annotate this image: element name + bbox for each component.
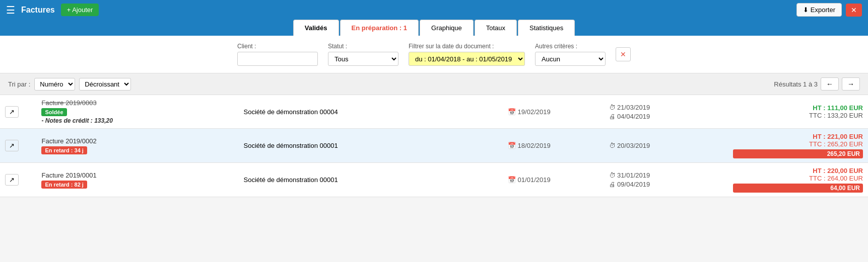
- due-cell: ⏱ 20/03/2019: [604, 129, 728, 163]
- due-date: ⏱ 21/03/2019: [609, 104, 723, 111]
- filter-statut: Statut : Tous Payé En retard En cours: [328, 43, 398, 66]
- invoice-info-cell: Facture 2019/0003 Soldée - Notes de créd…: [36, 95, 238, 129]
- client-cell: Société de démonstration 00001: [239, 163, 503, 197]
- autres-label: Autres critères :: [535, 43, 606, 50]
- sort-field-select[interactable]: Numéro Date Client Montant: [34, 78, 75, 91]
- prev-page-button[interactable]: ←: [821, 77, 839, 91]
- top-bar: ☰ Factures + Ajouter ⬇ Exporter ✕: [0, 0, 868, 20]
- overdue-amount-badge: 64,00 EUR: [733, 184, 863, 193]
- share-cell: ↗: [0, 163, 36, 197]
- top-bar-left: ☰ Factures + Ajouter: [6, 4, 99, 16]
- amount-ht: HT : 111,00 EUR: [733, 104, 863, 112]
- filter-area: Client : Statut : Tous Payé En retard En…: [0, 36, 868, 73]
- share-button[interactable]: ↗: [5, 140, 19, 151]
- sort-label: Tri par :: [8, 80, 30, 88]
- share-button[interactable]: ↗: [5, 106, 19, 118]
- date-cell: 📅 01/01/2019: [503, 163, 604, 197]
- invoice-date: 📅 19/02/2019: [508, 108, 551, 116]
- amount-cell: HT : 221,00 EUR TTC : 265,20 EUR 265,20 …: [728, 129, 868, 163]
- invoice-number: Facture 2019/0002: [41, 137, 233, 145]
- sort-bar-right: Résultats 1 à 3 ← →: [774, 77, 860, 91]
- tab-en-preparation[interactable]: En préparation : 1: [340, 20, 419, 36]
- invoice-table: ↗ Facture 2019/0003 Soldée - Notes de cr…: [0, 95, 868, 197]
- invoice-number: Facture 2019/0003: [41, 99, 233, 107]
- results-text: Résultats 1 à 3: [774, 80, 818, 88]
- sort-order-select[interactable]: Décroissant Croissant: [79, 78, 131, 91]
- client-name: Société de démonstration 00001: [244, 176, 338, 184]
- date-cell: 📅 18/02/2019: [503, 129, 604, 163]
- due-cell: ⏱ 31/01/2019 🖨 09/04/2019: [604, 163, 728, 197]
- client-label: Client :: [237, 43, 318, 50]
- amount-cell: HT : 111,00 EUR TTC : 133,20 EUR: [728, 95, 868, 129]
- amount-ttc: TTC : 133,20 EUR: [733, 112, 863, 119]
- filter-client: Client :: [237, 43, 318, 66]
- invoice-number: Facture 2019/0001: [41, 171, 233, 179]
- client-input[interactable]: [237, 52, 318, 66]
- hamburger-icon[interactable]: ☰: [6, 4, 15, 16]
- date-select[interactable]: du : 01/04/2018 - au : 01/05/2019: [409, 52, 525, 66]
- client-name: Société de démonstration 00001: [244, 142, 338, 149]
- client-cell: Société de démonstration 00004: [239, 95, 503, 129]
- invoice-info-cell: Facture 2019/0001 En retard : 82 j: [36, 163, 238, 197]
- share-cell: ↗: [0, 95, 36, 129]
- sort-bar: Tri par : Numéro Date Client Montant Déc…: [0, 73, 868, 95]
- table-row: ↗ Facture 2019/0001 En retard : 82 j Soc…: [0, 163, 868, 197]
- export-button[interactable]: ⬇ Exporter: [796, 3, 842, 17]
- clear-filter-button[interactable]: ✕: [616, 47, 631, 61]
- tab-valides[interactable]: Validés: [293, 20, 339, 36]
- close-button[interactable]: ✕: [846, 4, 862, 17]
- invoice-date: 📅 18/02/2019: [508, 142, 551, 149]
- app-title: Factures: [21, 6, 55, 15]
- payment-date: 🖨 04/04/2019: [609, 113, 723, 120]
- filter-date: Filtrer sur la date du document : du : 0…: [409, 43, 525, 66]
- client-name: Société de démonstration 00004: [244, 108, 338, 116]
- tab-statistiques[interactable]: Statistiques: [518, 20, 575, 36]
- amount-cell: HT : 220,00 EUR TTC : 264,00 EUR 64,00 E…: [728, 163, 868, 197]
- statut-label: Statut :: [328, 43, 398, 50]
- share-cell: ↗: [0, 129, 36, 163]
- statut-select[interactable]: Tous Payé En retard En cours: [328, 52, 398, 66]
- client-cell: Société de démonstration 00001: [239, 129, 503, 163]
- filter-autres: Autres critères : Aucun: [535, 43, 606, 66]
- amount-ttc: TTC : 265,20 EUR: [733, 140, 863, 148]
- add-button[interactable]: + Ajouter: [61, 4, 99, 16]
- invoice-date: 📅 01/01/2019: [508, 176, 551, 184]
- invoice-note: - Notes de crédit : 133,20: [41, 117, 233, 124]
- due-cell: ⏱ 21/03/2019 🖨 04/04/2019: [604, 95, 728, 129]
- due-date: ⏱ 20/03/2019: [609, 142, 723, 149]
- amount-ttc: TTC : 264,00 EUR: [733, 174, 863, 182]
- share-button[interactable]: ↗: [5, 174, 19, 186]
- table-row: ↗ Facture 2019/0003 Soldée - Notes de cr…: [0, 95, 868, 129]
- payment-date: 🖨 09/04/2019: [609, 181, 723, 188]
- amount-ht: HT : 221,00 EUR: [733, 133, 863, 140]
- invoice-badge: En retard : 82 j: [41, 181, 87, 189]
- table-row: ↗ Facture 2019/0002 En retard : 34 j Soc…: [0, 129, 868, 163]
- date-cell: 📅 19/02/2019: [503, 95, 604, 129]
- amount-ht: HT : 220,00 EUR: [733, 167, 863, 174]
- autres-select[interactable]: Aucun: [535, 52, 606, 66]
- tab-totaux[interactable]: Totaux: [475, 20, 517, 36]
- invoice-badge: Soldée: [41, 108, 66, 116]
- overdue-amount-badge: 265,20 EUR: [733, 149, 863, 158]
- tabs-bar: Validés En préparation : 1 Graphique Tot…: [0, 20, 868, 36]
- invoice-info-cell: Facture 2019/0002 En retard : 34 j: [36, 129, 238, 163]
- top-bar-right: ⬇ Exporter ✕: [796, 3, 862, 17]
- due-date: ⏱ 31/01/2019: [609, 171, 723, 179]
- date-label: Filtrer sur la date du document :: [409, 43, 525, 50]
- invoice-badge: En retard : 34 j: [41, 146, 87, 154]
- next-page-button[interactable]: →: [842, 77, 860, 91]
- tab-graphique[interactable]: Graphique: [420, 20, 474, 36]
